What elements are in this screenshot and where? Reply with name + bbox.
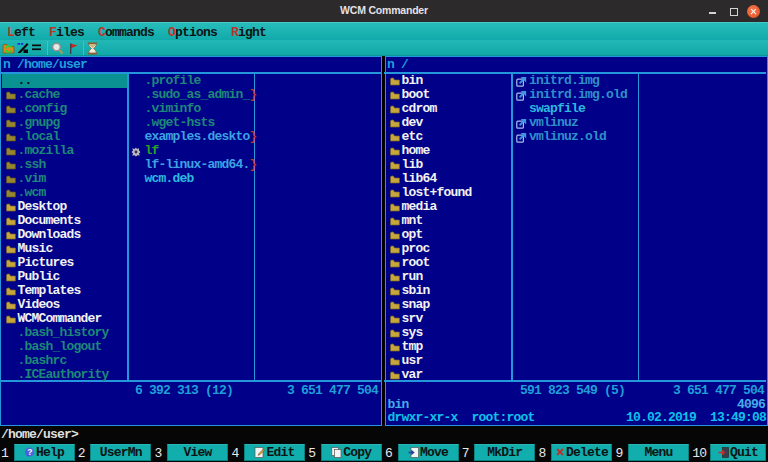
svg-text:?: ? <box>27 447 32 457</box>
